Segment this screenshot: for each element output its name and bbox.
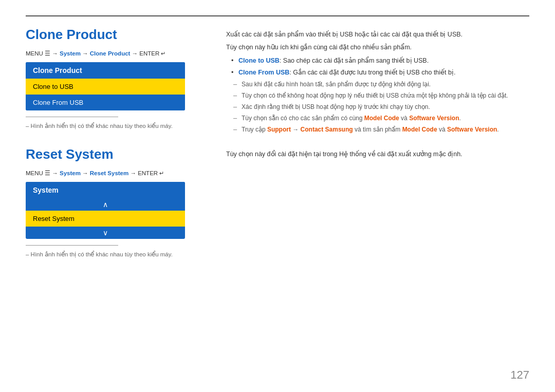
- arrow1: →: [52, 50, 60, 57]
- arrow3: →: [132, 50, 140, 57]
- system-link: System: [60, 50, 81, 57]
- clone-bullet-list: Clone to USB: Sao chép các cài đặt sản p…: [226, 55, 529, 78]
- clone-product-description: Xuất các cài đặt sản phẩm vào thiết bị U…: [226, 29, 529, 135]
- clone-from-usb-item[interactable]: Clone From USB: [26, 95, 185, 110]
- reset-menu-icon: ☰: [45, 170, 50, 176]
- reset-system-link: System: [60, 170, 81, 176]
- clone-dash-list: Sau khi đặt cấu hình hoàn tất, sản phẩm …: [226, 80, 529, 135]
- dash3: Xác định rằng thiết bị USB hoạt động hợp…: [233, 102, 529, 112]
- software-version-label2: Software Version: [447, 126, 497, 133]
- model-code-label2: Model Code: [402, 126, 437, 133]
- dash5: Truy cập Support → Contact Samsung và tì…: [233, 125, 529, 135]
- clone-divider: [26, 117, 118, 117]
- menu-icon: ☰: [45, 50, 50, 57]
- clone-note: – Hình ảnh hiển thị có thể khác nhau tùy…: [26, 122, 206, 129]
- top-divider: [26, 15, 529, 16]
- reset-system-left: Reset System MENU ☰ → System → Reset Sys…: [26, 146, 206, 258]
- reset-system-right: Tùy chọn này đổi cài đặt hiện tại trong …: [226, 146, 529, 258]
- reset-arrow2: →: [82, 170, 90, 176]
- reset-system-content-row: Reset System MENU ☰ → System → Reset Sys…: [26, 146, 529, 258]
- reset-note: – Hình ảnh hiển thị có thể khác nhau tùy…: [26, 251, 206, 258]
- menu-prefix: MENU: [26, 50, 45, 57]
- contact-samsung-label: Contact Samsung: [301, 126, 353, 133]
- clone-product-menu-path: MENU ☰ → System → Clone Product → ENTER …: [26, 50, 206, 57]
- dash1: Sau khi đặt cấu hình hoàn tất, sản phẩm …: [233, 80, 529, 89]
- model-code-label1: Model Code: [364, 115, 399, 122]
- clone-product-section: Clone Product MENU ☰ → System → Clone Pr…: [26, 27, 529, 136]
- clone-product-menu-box: Clone Product Clone to USB Clone From US…: [26, 62, 185, 110]
- support-label: Support: [267, 126, 291, 133]
- clone-from-usb-label: Clone From USB: [238, 69, 289, 76]
- reset-enter-label: ENTER: [138, 170, 159, 176]
- reset-enter-icon: ↵: [159, 170, 164, 176]
- arrow-down-row: ∨: [26, 227, 185, 239]
- clone-desc-line1: Xuất các cài đặt sản phẩm vào thiết bị U…: [226, 29, 529, 40]
- clone-product-left: Clone Product MENU ☰ → System → Clone Pr…: [26, 27, 206, 136]
- reset-system-menu-path: MENU ☰ → System → Reset System → ENTER ↵: [26, 170, 206, 177]
- reset-description: Tùy chọn này đổi cài đặt hiện tại trong …: [226, 149, 529, 160]
- enter-label: ENTER: [139, 50, 161, 57]
- software-version-label1: Software Version: [409, 115, 459, 122]
- reset-divider: [26, 245, 118, 246]
- clone-product-right: Xuất các cài đặt sản phẩm vào thiết bị U…: [226, 27, 529, 136]
- reset-system-link2: Reset System: [90, 170, 128, 176]
- bullet-clone-from-usb: Clone From USB: Gắn các cài đặt được lưu…: [231, 67, 529, 78]
- arrow-up-row: ∧: [26, 198, 185, 211]
- reset-system-title: Reset System: [26, 146, 206, 162]
- reset-desc-line1: Tùy chọn này đổi cài đặt hiện tại trong …: [226, 149, 529, 160]
- page-number: 127: [510, 368, 529, 382]
- arrow-up-icon[interactable]: ∧: [103, 200, 108, 209]
- bullet-clone-to-usb: Clone to USB: Sao chép các cài đặt sản p…: [231, 55, 529, 66]
- clone-product-title: Clone Product: [26, 27, 206, 43]
- reset-arrow3: →: [130, 170, 138, 176]
- clone-product-menu-header: Clone Product: [26, 62, 185, 79]
- system-menu-header: System: [26, 182, 185, 198]
- clone-to-usb-label: Clone to USB: [238, 57, 280, 64]
- reset-system-section: Reset System MENU ☰ → System → Reset Sys…: [26, 146, 529, 258]
- dash2: Tùy chọn có thể không hoạt động hợp lý n…: [233, 91, 529, 101]
- clone-product-link: Clone Product: [90, 50, 131, 57]
- enter-icon: ↵: [161, 50, 165, 57]
- system-menu-box: System ∧ Reset System ∨: [26, 182, 185, 239]
- reset-menu-prefix: MENU: [26, 170, 45, 176]
- clone-to-usb-item[interactable]: Clone to USB: [26, 79, 185, 95]
- reset-arrow1: →: [52, 170, 60, 176]
- reset-system-item[interactable]: Reset System: [26, 211, 185, 227]
- arrow-down-icon[interactable]: ∨: [103, 229, 108, 237]
- clone-desc-line2: Tùy chọn này hữu ích khi gắn cùng cài đặ…: [226, 42, 529, 53]
- arrow2: →: [82, 50, 90, 57]
- dash4: Tùy chọn sẵn có cho các sản phẩm có cùng…: [233, 114, 529, 123]
